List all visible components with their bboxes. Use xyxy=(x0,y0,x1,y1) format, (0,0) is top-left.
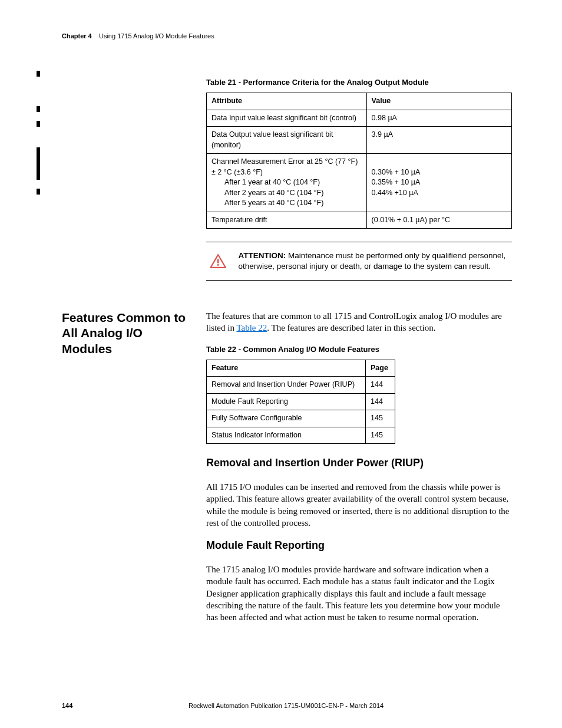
cell: 144 xyxy=(366,393,395,410)
table22-caption: Table 22 - Common Analog I/O Module Feat… xyxy=(206,345,512,354)
cell: Status Indicator Information xyxy=(207,427,366,444)
page-number: 144 xyxy=(62,702,189,709)
cell: Module Fault Reporting xyxy=(207,393,366,410)
chapter-title: Using 1715 Analog I/O Module Features xyxy=(99,32,214,39)
page-footer: 144 Rockwell Automation Publication 1715… xyxy=(62,702,512,709)
publication-info: Rockwell Automation Publication 1715-UM0… xyxy=(189,702,512,709)
cell-sub: 0.44% +10 µA xyxy=(372,188,507,199)
section-heading: Features Common to All Analog I/O Module… xyxy=(62,310,189,357)
table-row: Removal and Insertion Under Power (RIUP)… xyxy=(207,377,395,394)
cell: 145 xyxy=(366,427,395,444)
riup-heading: Removal and Insertion Under Power (RIUP) xyxy=(206,457,512,469)
table-row: Data Output value least significant bit … xyxy=(207,127,512,154)
cell-sub: 0.35% + 10 µA xyxy=(372,177,507,188)
cell-sub: 0.30% + 10 µA xyxy=(372,167,507,178)
table21-head-attribute: Attribute xyxy=(207,93,367,110)
cell: Channel Measurement Error at 25 °C (77 °… xyxy=(207,154,367,212)
table-row: Data Input value least significant bit (… xyxy=(207,110,512,127)
table-row: Temperature drift (0.01% + 0.1 µA) per °… xyxy=(207,212,512,229)
cell-sub: After 1 year at 40 °C (104 °F) xyxy=(211,177,362,188)
table21-head-value: Value xyxy=(366,93,511,110)
cell: (0.01% + 0.1 µA) per °C xyxy=(366,212,511,229)
table22-head-page: Page xyxy=(366,360,395,377)
cell: Temperature drift xyxy=(207,212,367,229)
cell-sub: After 2 years at 40 °C (104 °F) xyxy=(211,188,362,199)
cell: 0.30% + 10 µA 0.35% + 10 µA 0.44% +10 µA xyxy=(366,154,511,212)
table21-caption: Table 21 - Performance Criteria for the … xyxy=(206,78,512,87)
cell-main: Channel Measurement Error at 25 °C (77 °… xyxy=(211,157,358,176)
running-header: Chapter 4 Using 1715 Analog I/O Module F… xyxy=(62,32,512,39)
cell: Removal and Insertion Under Power (RIUP) xyxy=(207,377,366,394)
riup-body: All 1715 I/O modules can be inserted and… xyxy=(206,481,512,529)
table-row: Fully Software Configurable 145 xyxy=(207,410,395,427)
intro-text-b: . The features are described later in th… xyxy=(267,323,435,332)
cell: 145 xyxy=(366,410,395,427)
table22-link[interactable]: Table 22 xyxy=(236,323,267,332)
cell: 3.9 µA xyxy=(366,127,511,154)
fault-heading: Module Fault Reporting xyxy=(206,539,512,552)
cell: 144 xyxy=(366,377,395,394)
table-row: Channel Measurement Error at 25 °C (77 °… xyxy=(207,154,512,212)
svg-rect-1 xyxy=(217,264,219,266)
section-intro: The features that are common to all 1715… xyxy=(206,310,512,334)
cell-sub: After 5 years at 40 °C (104 °F) xyxy=(211,198,362,209)
table-row: Status Indicator Information 145 xyxy=(207,427,395,444)
table22-head-feature: Feature xyxy=(207,360,366,377)
chapter-label: Chapter 4 xyxy=(62,32,92,39)
table22: Feature Page Removal and Insertion Under… xyxy=(206,360,395,444)
attention-label: ATTENTION: xyxy=(238,251,286,260)
cell: Fully Software Configurable xyxy=(207,410,366,427)
cell: 0.98 µA xyxy=(366,110,511,127)
warning-icon xyxy=(210,247,226,275)
table-row: Module Fault Reporting 144 xyxy=(207,393,395,410)
attention-callout: ATTENTION: Maintenance must be performed… xyxy=(206,242,512,281)
cell: Data Output value least significant bit … xyxy=(207,127,367,154)
attention-text: ATTENTION: Maintenance must be performed… xyxy=(238,251,508,272)
table21: Attribute Value Data Input value least s… xyxy=(206,93,512,229)
cell: Data Input value least significant bit (… xyxy=(207,110,367,127)
svg-rect-0 xyxy=(217,259,219,263)
fault-body: The 1715 analog I/O modules provide hard… xyxy=(206,564,512,623)
